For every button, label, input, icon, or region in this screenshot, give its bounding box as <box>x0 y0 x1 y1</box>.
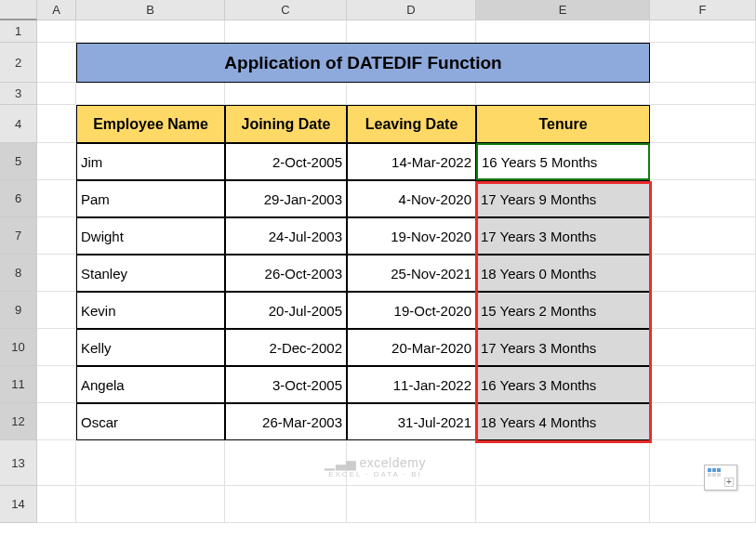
cell[interactable] <box>37 83 76 105</box>
data-tenure[interactable]: 17 Years 3 Months <box>476 217 650 255</box>
cell[interactable] <box>37 143 76 180</box>
cell[interactable] <box>650 83 756 105</box>
cell[interactable] <box>37 43 76 83</box>
cell[interactable] <box>650 255 756 292</box>
data-join[interactable]: 26-Mar-2003 <box>225 403 347 440</box>
cell[interactable] <box>76 440 225 486</box>
cell[interactable] <box>476 440 650 486</box>
header-tenure[interactable]: Tenure <box>476 105 650 143</box>
row-header-4[interactable]: 4 <box>0 105 37 143</box>
row-header-1[interactable]: 1 <box>0 20 37 43</box>
col-header-D[interactable]: D <box>347 0 476 20</box>
row-header-13[interactable]: 13 <box>0 440 37 486</box>
row-header-14[interactable]: 14 <box>0 486 37 523</box>
header-join[interactable]: Joining Date <box>225 105 347 143</box>
data-tenure[interactable]: 15 Years 2 Months <box>476 292 650 329</box>
cell[interactable] <box>37 105 76 143</box>
cell[interactable] <box>225 20 347 43</box>
data-tenure[interactable]: 16 Years 3 Months <box>476 366 650 403</box>
data-tenure[interactable]: 18 Years 4 Months <box>476 403 650 440</box>
cell[interactable] <box>650 43 756 83</box>
cell[interactable] <box>37 292 76 329</box>
data-join[interactable]: 20-Jul-2005 <box>225 292 347 329</box>
data-name[interactable]: Pam <box>76 180 225 217</box>
row-header-7[interactable]: 7 <box>0 217 37 255</box>
cell[interactable] <box>650 217 756 255</box>
data-leave[interactable]: 14-Mar-2022 <box>347 143 476 180</box>
data-join[interactable]: 3-Oct-2005 <box>225 366 347 403</box>
header-name[interactable]: Employee Name <box>76 105 225 143</box>
data-tenure[interactable]: 17 Years 3 Months <box>476 329 650 366</box>
cell[interactable] <box>650 180 756 217</box>
row-header-10[interactable]: 10 <box>0 329 37 366</box>
data-name[interactable]: Oscar <box>76 403 225 440</box>
data-name[interactable]: Angela <box>76 366 225 403</box>
cell[interactable] <box>650 403 756 440</box>
row-header-2[interactable]: 2 <box>0 43 37 83</box>
cell[interactable] <box>37 403 76 440</box>
data-join[interactable]: 2-Dec-2002 <box>225 329 347 366</box>
cell[interactable] <box>76 83 225 105</box>
cell[interactable] <box>225 486 347 523</box>
data-tenure[interactable]: 18 Years 0 Months <box>476 255 650 292</box>
row-header-12[interactable]: 12 <box>0 403 37 440</box>
cell[interactable] <box>347 20 476 43</box>
cell[interactable] <box>347 486 476 523</box>
row-header-8[interactable]: 8 <box>0 255 37 292</box>
data-leave[interactable]: 4-Nov-2020 <box>347 180 476 217</box>
cell[interactable] <box>37 255 76 292</box>
cell[interactable] <box>37 366 76 403</box>
data-join[interactable]: 26-Oct-2003 <box>225 255 347 292</box>
data-tenure-active[interactable]: 16 Years 5 Months <box>476 143 650 180</box>
data-name[interactable]: Stanley <box>76 255 225 292</box>
data-tenure[interactable]: 17 Years 9 Months <box>476 180 650 217</box>
data-join[interactable]: 24-Jul-2003 <box>225 217 347 255</box>
col-header-B[interactable]: B <box>76 0 225 20</box>
cell[interactable] <box>650 20 756 43</box>
cell[interactable] <box>650 440 756 486</box>
col-header-C[interactable]: C <box>225 0 347 20</box>
data-leave[interactable]: 19-Oct-2020 <box>347 292 476 329</box>
data-join[interactable]: 29-Jan-2003 <box>225 180 347 217</box>
col-header-A[interactable]: A <box>37 0 76 20</box>
autofill-options-button[interactable]: + <box>704 465 737 491</box>
col-header-F[interactable]: F <box>650 0 756 20</box>
cell[interactable] <box>76 486 225 523</box>
cell[interactable] <box>650 329 756 366</box>
row-header-5[interactable]: 5 <box>0 143 37 180</box>
cell[interactable] <box>476 486 650 523</box>
cell[interactable] <box>476 83 650 105</box>
data-name[interactable]: Dwight <box>76 217 225 255</box>
data-join[interactable]: 2-Oct-2005 <box>225 143 347 180</box>
data-leave[interactable]: 11-Jan-2022 <box>347 366 476 403</box>
data-leave[interactable]: 20-Mar-2020 <box>347 329 476 366</box>
cell[interactable] <box>650 143 756 180</box>
cell[interactable] <box>650 366 756 403</box>
cell[interactable] <box>37 440 76 486</box>
cell[interactable] <box>76 20 225 43</box>
cell[interactable] <box>476 20 650 43</box>
data-leave[interactable]: 31-Jul-2021 <box>347 403 476 440</box>
cell[interactable] <box>225 83 347 105</box>
cell[interactable] <box>37 20 76 43</box>
data-leave[interactable]: 19-Nov-2020 <box>347 217 476 255</box>
data-name[interactable]: Kelly <box>76 329 225 366</box>
cell[interactable] <box>347 83 476 105</box>
row-header-9[interactable]: 9 <box>0 292 37 329</box>
data-name[interactable]: Jim <box>76 143 225 180</box>
header-leave[interactable]: Leaving Date <box>347 105 476 143</box>
row-header-6[interactable]: 6 <box>0 180 37 217</box>
cell[interactable] <box>37 217 76 255</box>
select-all-corner[interactable] <box>0 0 37 20</box>
cell[interactable] <box>650 292 756 329</box>
data-name[interactable]: Kevin <box>76 292 225 329</box>
cell[interactable] <box>650 486 756 523</box>
cell[interactable] <box>650 105 756 143</box>
cell[interactable] <box>37 180 76 217</box>
cell[interactable] <box>37 486 76 523</box>
title-cell[interactable]: Application of DATEDIF Function <box>76 43 650 83</box>
col-header-E[interactable]: E <box>476 0 650 20</box>
row-header-11[interactable]: 11 <box>0 366 37 403</box>
data-leave[interactable]: 25-Nov-2021 <box>347 255 476 292</box>
row-header-3[interactable]: 3 <box>0 83 37 105</box>
